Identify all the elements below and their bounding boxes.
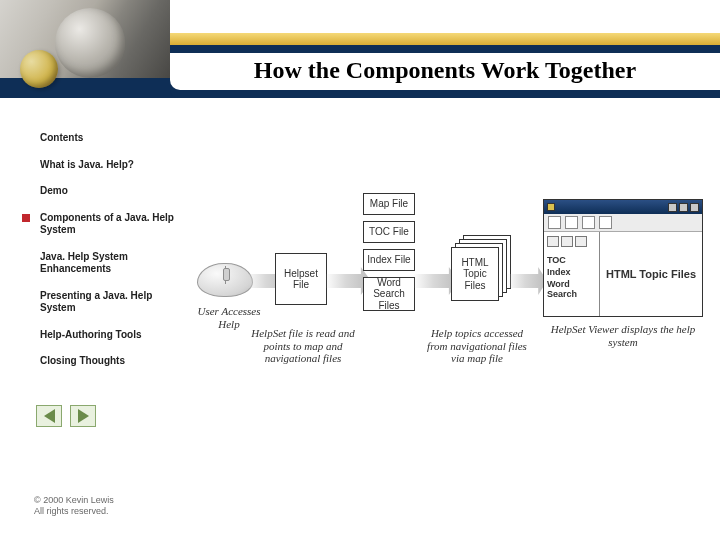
sidebar-item-enhancements[interactable]: Java. Help System Enhancements (30, 244, 190, 283)
triangle-left-icon (44, 409, 55, 423)
index-file-box: Index File (363, 249, 415, 271)
nav-entry[interactable]: Index (547, 267, 596, 277)
slide-title: How the Components Work Together (170, 53, 720, 90)
helpset-file-box: Helpset File (275, 253, 327, 305)
copyright-line: © 2000 Kevin Lewis (34, 495, 114, 507)
nav-entry[interactable]: Word Search (547, 279, 596, 299)
flow-diagram: User Accesses Help Helpset File HelpSet … (195, 175, 705, 415)
nav-entry[interactable]: TOC (547, 255, 596, 265)
tab-icon[interactable] (575, 236, 587, 247)
nav-arrows (36, 405, 96, 427)
sidebar-item-label: Java. Help System Enhancements (40, 251, 128, 275)
toolbar-forward-icon[interactable] (565, 216, 578, 229)
triangle-right-icon (78, 409, 89, 423)
sidebar-item-label: Components of a Java. Help System (40, 212, 174, 236)
slide-banner: How the Components Work Together (0, 0, 720, 105)
sidebar-item-label: Demo (40, 185, 68, 196)
toc-file-box: TOC File (363, 221, 415, 243)
rights-line: All rights reserved. (34, 506, 114, 518)
maximize-icon[interactable] (679, 203, 688, 212)
helpset-caption: HelpSet file is read and points to map a… (247, 327, 359, 365)
banner-photo (0, 0, 170, 78)
prev-button[interactable] (36, 405, 62, 427)
sidebar-item-components[interactable]: Components of a Java. Help System (30, 205, 190, 244)
sidebar-item-contents[interactable]: Contents (30, 125, 190, 152)
minimize-icon[interactable] (668, 203, 677, 212)
html-caption: Help topics accessed from navigational f… (423, 327, 531, 365)
app-icon (547, 203, 555, 211)
toolbar-back-icon[interactable] (548, 216, 561, 229)
sidebar-item-label: Closing Thoughts (40, 355, 125, 366)
toolbar-print-icon[interactable] (599, 216, 612, 229)
close-icon[interactable] (690, 203, 699, 212)
sidebar: Contents What is Java. Help? Demo Compon… (30, 125, 190, 375)
word-search-box: Word Search Files (363, 277, 415, 311)
sidebar-item-authoring[interactable]: Help-Authoring Tools (30, 322, 190, 349)
viewer-topic-label: HTML Topic Files (606, 268, 696, 280)
next-button[interactable] (70, 405, 96, 427)
viewer-toolbar (544, 214, 702, 232)
viewer-title-left (547, 203, 558, 211)
sidebar-item-label: Help-Authoring Tools (40, 329, 141, 340)
helpset-viewer-window: TOC Index Word Search HTML Topic Files (543, 199, 703, 317)
viewer-nav-entries: TOC Index Word Search (547, 253, 596, 301)
mouse-icon (197, 263, 253, 297)
slide-body: Contents What is Java. Help? Demo Compon… (0, 105, 720, 540)
window-controls (668, 203, 699, 212)
viewer-topic-pane: HTML Topic Files (600, 232, 702, 316)
map-file-box: Map File (363, 193, 415, 215)
sidebar-item-label: Presenting a Java. Help System (40, 290, 152, 314)
sidebar-item-what-is[interactable]: What is Java. Help? (30, 152, 190, 179)
html-topic-box: HTML Topic Files (451, 247, 499, 301)
html-topic-stack: HTML Topic Files (451, 235, 521, 305)
viewer-nav-pane: TOC Index Word Search (544, 232, 600, 316)
title-overlay: How the Components Work Together (170, 45, 720, 98)
viewer-nav-tabs (547, 236, 596, 247)
viewer-caption: HelpSet Viewer displays the help system (539, 323, 707, 348)
sidebar-item-presenting[interactable]: Presenting a Java. Help System (30, 283, 190, 322)
footer: © 2000 Kevin Lewis All rights reserved. (34, 495, 114, 518)
sidebar-item-label: Contents (40, 132, 83, 143)
tab-icon[interactable] (547, 236, 559, 247)
toolbar-home-icon[interactable] (582, 216, 595, 229)
tab-icon[interactable] (561, 236, 573, 247)
viewer-titlebar (544, 200, 702, 214)
sidebar-item-label: What is Java. Help? (40, 159, 134, 170)
sidebar-item-closing[interactable]: Closing Thoughts (30, 348, 190, 375)
viewer-panes: TOC Index Word Search HTML Topic Files (544, 232, 702, 316)
sidebar-item-demo[interactable]: Demo (30, 178, 190, 205)
